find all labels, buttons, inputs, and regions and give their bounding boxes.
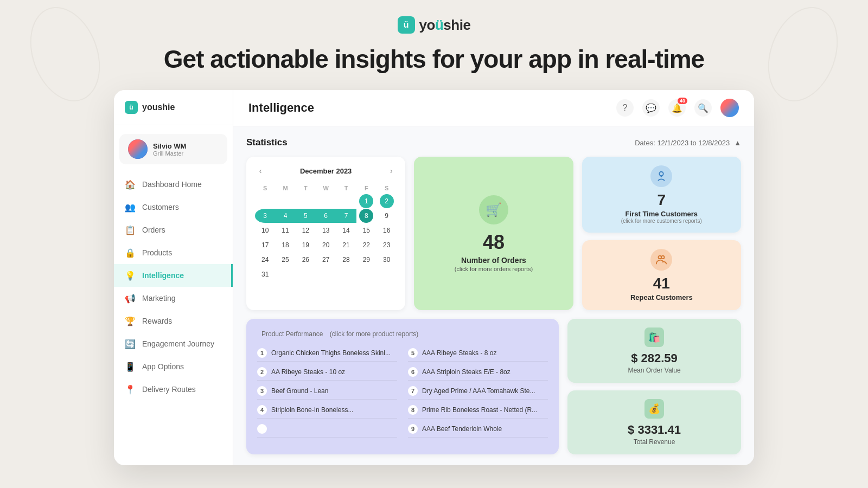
- mean-order-amount: $ 282.59: [631, 351, 678, 365]
- statistics-title: Statistics: [246, 137, 288, 148]
- calendar-day[interactable]: 25: [275, 253, 295, 267]
- basket-icon: 🛒: [479, 195, 508, 224]
- sidebar-item-app-options[interactable]: 📱 App Options: [114, 355, 233, 378]
- calendar-day[interactable]: 31: [255, 267, 275, 281]
- calendar-day-today[interactable]: 8: [359, 209, 373, 223]
- page-title: Intelligence: [248, 101, 314, 115]
- stats-header: Statistics Dates: 12/1/2023 to 12/8/2023…: [246, 137, 741, 148]
- calendar-day[interactable]: 16: [376, 223, 397, 237]
- sidebar-item-intelligence[interactable]: 💡 Intelligence: [114, 264, 233, 287]
- product-rank: 8: [408, 405, 418, 415]
- first-customers-count: 7: [658, 191, 666, 209]
- calendar-day[interactable]: 2: [380, 194, 394, 208]
- product-item: 5 AAA Ribeye Steaks - 8 oz: [408, 345, 548, 362]
- sidebar-item-dashboard[interactable]: 🏠 Dashboard Home: [114, 173, 233, 196]
- app-options-icon: 📱: [125, 361, 136, 372]
- calendar-week-5: 24 25 26 27 28 29 30: [255, 253, 397, 267]
- sidebar-item-label: Customers: [142, 203, 179, 211]
- help-button[interactable]: ?: [616, 99, 634, 117]
- calendar-day[interactable]: 17: [255, 238, 275, 252]
- calendar-day[interactable]: 21: [336, 238, 356, 252]
- calendar-header: ‹ December 2023 ›: [255, 165, 397, 176]
- chat-button[interactable]: 💬: [642, 99, 660, 117]
- calendar-day[interactable]: 6: [316, 209, 336, 223]
- product-rank: 2: [257, 367, 267, 377]
- date-range-toggle[interactable]: ▲: [734, 139, 741, 147]
- calendar-grid: S M T W T F S: [255, 183, 397, 281]
- svg-point-4: [661, 256, 665, 259]
- sidebar-logo-icon: ü: [125, 101, 138, 114]
- search-button[interactable]: 🔍: [694, 99, 712, 117]
- mean-order-value-card[interactable]: 🛍️ $ 282.59 Mean Order Value: [567, 319, 741, 383]
- sidebar-item-marketing[interactable]: 📢 Marketing: [114, 287, 233, 310]
- calendar-day[interactable]: 3: [255, 209, 275, 223]
- calendar-day-headers: S M T W T F S: [255, 183, 397, 194]
- sidebar-logo-text: youshie: [142, 102, 175, 112]
- calendar-day[interactable]: 27: [316, 253, 336, 267]
- notification-button[interactable]: 🔔 40: [668, 99, 686, 117]
- repeat-customers-card[interactable]: 41 Repeat Customers: [582, 240, 741, 310]
- calendar-day[interactable]: 29: [356, 253, 376, 267]
- sidebar-item-delivery[interactable]: 📍 Delivery Routes: [114, 378, 233, 401]
- user-profile[interactable]: Silvio WM Grill Master: [119, 134, 227, 164]
- calendar-day[interactable]: 11: [275, 223, 295, 237]
- calendar-day[interactable]: 20: [316, 238, 336, 252]
- user-name: Silvio WM: [153, 142, 186, 150]
- calendar-day[interactable]: 24: [255, 253, 275, 267]
- stats-grid: ‹ December 2023 › S M T W T F: [246, 157, 741, 310]
- sidebar-item-customers[interactable]: 👥 Customers: [114, 196, 233, 219]
- calendar-day[interactable]: 9: [376, 209, 397, 223]
- sidebar-item-label: Products: [142, 248, 172, 257]
- product-name: AAA Ribeye Steaks - 8 oz: [422, 349, 496, 357]
- sidebar-item-orders[interactable]: 📋 Orders: [114, 219, 233, 241]
- intelligence-icon: 💡: [125, 270, 136, 281]
- calendar-day[interactable]: 26: [296, 253, 316, 267]
- sidebar-item-label: App Options: [142, 362, 184, 371]
- dashboard-icon: 🏠: [125, 179, 136, 190]
- topbar-avatar[interactable]: [720, 99, 739, 117]
- calendar-day[interactable]: 14: [336, 223, 356, 237]
- calendar-day[interactable]: 1: [359, 194, 373, 208]
- cart-icon: 🛍️: [644, 328, 664, 347]
- product-item: 2 AA Ribeye Steaks - 10 oz: [257, 364, 397, 381]
- calendar-day[interactable]: 23: [376, 238, 397, 252]
- sidebar-item-engagement[interactable]: 🔄 Engagement Journey: [114, 332, 233, 355]
- calendar-day[interactable]: 4: [275, 209, 295, 223]
- marketing-icon: 📢: [125, 293, 136, 304]
- mean-order-label: Mean Order Value: [628, 367, 680, 374]
- product-performance-card[interactable]: Product Performance (click for more prod…: [246, 319, 559, 454]
- sidebar-item-products[interactable]: 🔒 Products: [114, 241, 233, 264]
- calendar-day[interactable]: 12: [296, 223, 316, 237]
- calendar-day[interactable]: 5: [296, 209, 316, 223]
- orders-sublabel: (click for more orders reports): [455, 266, 533, 272]
- repeat-customers-icon: [650, 249, 672, 271]
- calendar-day[interactable]: 30: [376, 253, 397, 267]
- calendar-next-button[interactable]: ›: [386, 165, 397, 176]
- sidebar-item-label: Orders: [142, 226, 165, 234]
- calendar-day[interactable]: 19: [296, 238, 316, 252]
- total-revenue-amount: $ 3331.41: [628, 423, 681, 437]
- first-time-customers-card[interactable]: 7 First Time Customers (click for more c…: [582, 157, 741, 233]
- user-role: Grill Master: [153, 150, 186, 157]
- calendar-day[interactable]: 15: [356, 223, 376, 237]
- avatar: [128, 139, 148, 159]
- sidebar-item-label: Marketing: [142, 294, 175, 303]
- product-name: Beef Ground - Lean: [271, 387, 328, 395]
- calendar-day[interactable]: 13: [316, 223, 336, 237]
- product-rank: 6: [408, 367, 418, 377]
- sidebar-item-rewards[interactable]: 🏆 Rewards: [114, 310, 233, 332]
- calendar-prev-button[interactable]: ‹: [255, 165, 266, 176]
- orders-card[interactable]: 🛒 48 Number of Orders (click for more or…: [414, 157, 573, 310]
- hero-title: Get actionable insights for your app in …: [164, 44, 704, 74]
- product-name: Striploin Bone-In Boneless...: [271, 406, 353, 414]
- total-revenue-card[interactable]: 💰 $ 3331.41 Total Revenue: [567, 390, 741, 454]
- sidebar: ü youshie Silvio WM Grill Master 🏠 Dashb…: [114, 90, 233, 465]
- product-name: Prime Rib Boneless Roast - Netted (R...: [422, 406, 537, 414]
- calendar-day[interactable]: 10: [255, 223, 275, 237]
- calendar-day[interactable]: 18: [275, 238, 295, 252]
- product-item: 9 AAA Beef Tenderloin Whole: [408, 421, 548, 438]
- calendar-day[interactable]: 22: [356, 238, 376, 252]
- calendar-day[interactable]: 7: [336, 209, 356, 223]
- product-rank: [257, 424, 267, 434]
- calendar-day[interactable]: 28: [336, 253, 356, 267]
